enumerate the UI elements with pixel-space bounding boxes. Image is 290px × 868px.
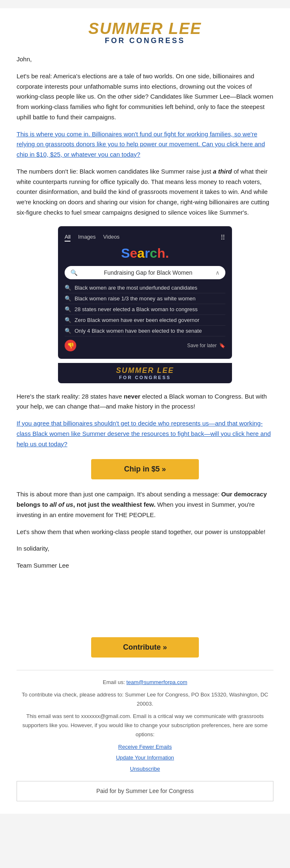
search-tabs: All Images Videos ⠿ [65, 234, 225, 242]
bookmark-icon: 🔖 [219, 343, 225, 348]
unsubscribe-link[interactable]: Unsubscribe [130, 766, 160, 772]
paid-by-box: Paid for by Summer Lee for Congress [17, 781, 273, 802]
paragraph3-prefix: Here's the stark reality: 28 states have [17, 393, 124, 400]
paragraph4: This is about more than just one campaig… [17, 489, 273, 520]
paragraph2-suffix: of what their white counterparts running… [17, 168, 269, 216]
letter-dot: . [165, 246, 169, 261]
search-result-icon-3: 🔍 [65, 306, 71, 312]
footer-unsub-row: Unsubscribe [17, 764, 273, 774]
search-result-icon-2: 🔍 [65, 295, 71, 302]
footer-email-line: Email us: team@summerforpa.com [17, 678, 273, 687]
search-bar: 🔍 Fundraising Gap for Black Women ∧ [65, 266, 225, 279]
search-result-icon-4: 🔍 [65, 317, 71, 323]
tab-videos: Videos [103, 234, 120, 242]
save-row: 👎 Save for later 🔖 [65, 340, 225, 351]
search-query: Fundraising Gap for Black Women [81, 269, 215, 276]
search-simulation: All Images Videos ⠿ Search. 🔍 Fundraisin… [58, 226, 232, 359]
search-results: 🔍 Black women are the most underfunded c… [65, 283, 225, 336]
paragraph2-bold-italic: a third [213, 168, 232, 175]
letter-e: e [130, 246, 138, 261]
paragraph4-bold2: , not just the wealthiest few. [73, 501, 156, 508]
paragraph2: The numbers don't lie: Black women candi… [17, 167, 273, 218]
result-text-3: 28 states never elected a Black woman to… [75, 306, 198, 312]
dots-icon: ⠿ [220, 234, 225, 242]
contribute-button[interactable]: Contribute » [91, 637, 199, 658]
dislike-icon: 👎 [65, 340, 76, 351]
logo-summer: SUMMER LEE [17, 21, 273, 36]
search-image-block: All Images Videos ⠿ Search. 🔍 Fundraisin… [58, 226, 232, 383]
closing1: In solidarity, [17, 544, 273, 554]
logo-congress: FOR CONGRESS [17, 36, 273, 45]
search-title: Search. [65, 246, 225, 261]
spacer [17, 578, 273, 627]
result-1: 🔍 Black women are the most underfunded c… [65, 283, 225, 293]
footer-links: Receive Fewer Emails [17, 742, 273, 752]
img-logo-summer: SUMMER LEE [61, 366, 229, 375]
link1-paragraph: This is where you come in. Billionaires … [17, 129, 273, 160]
footer-email-notice: This email was sent to xxxxxxx@gmail.com… [17, 712, 273, 739]
email-link[interactable]: team@summerforpa.com [126, 679, 187, 685]
letter-a: a [137, 246, 145, 261]
letter-r: r [145, 246, 150, 261]
footer-update-link-row: Update Your Information [17, 753, 273, 762]
tab-all: All [65, 234, 70, 242]
paragraph3-never: never [124, 393, 140, 400]
result-2: 🔍 Black women raise 1/3 the money as whi… [65, 293, 225, 304]
search-result-icon-1: 🔍 [65, 285, 71, 291]
result-text-5: Only 4 Black women have been elected to … [75, 328, 202, 334]
letter-c: c [150, 246, 157, 261]
chip-button[interactable]: Chip in $5 » [91, 459, 199, 479]
footer-check-text: To contribute via check, please address … [17, 690, 273, 708]
email-container: SUMMER LEE FOR CONGRESS John, Let's be r… [0, 8, 290, 814]
result-4: 🔍 Zero Black women have ever been electe… [65, 315, 225, 326]
paragraph1: Let's be real: America's elections are a… [17, 71, 273, 123]
paragraph4-bold-italic: all of us [50, 501, 73, 508]
paragraph2-prefix: The numbers don't lie: Black women candi… [17, 168, 213, 175]
chevron-up-icon: ∧ [215, 269, 220, 276]
result-5: 🔍 Only 4 Black women have been elected t… [65, 326, 225, 336]
logo-section: SUMMER LEE FOR CONGRESS [17, 21, 273, 45]
greeting: John, [17, 54, 273, 65]
update-info-link[interactable]: Update Your Information [116, 754, 174, 761]
paragraph4-prefix: This is about more than just one campaig… [17, 491, 221, 498]
search-result-icon-5: 🔍 [65, 328, 71, 334]
link1[interactable]: This is where you come in. Billionaires … [17, 131, 265, 158]
letter-h: h [157, 246, 165, 261]
result-text-2: Black women raise 1/3 the money as white… [75, 295, 196, 302]
tab-images: Images [78, 234, 96, 242]
save-label: Save for later [187, 343, 217, 348]
result-text-1: Black women are the most underfunded can… [75, 285, 197, 291]
letter-s: S [121, 246, 130, 261]
paid-by-text: Paid for by Summer Lee for Congress [97, 788, 194, 794]
result-text-4: Zero Black women have ever been elected … [75, 317, 199, 323]
paragraph5: Let's show them that when working-class … [17, 527, 273, 537]
link2-paragraph: If you agree that billionaires shouldn't… [17, 418, 273, 449]
closing2: Team Summer Lee [17, 561, 273, 571]
img-logo-congress: FOR CONGRESS [61, 375, 229, 380]
footer: Email us: team@summerforpa.com To contri… [17, 670, 273, 802]
paragraph3: Here's the stark reality: 28 states have… [17, 392, 273, 412]
result-3: 🔍 28 states never elected a Black woman … [65, 304, 225, 315]
email-label: Email us: [103, 679, 126, 685]
search-icon: 🔍 [70, 269, 77, 276]
link2[interactable]: If you agree that billionaires shouldn't… [17, 420, 271, 447]
image-logo-bottom: SUMMER LEE FOR CONGRESS [58, 363, 232, 383]
receive-fewer-link[interactable]: Receive Fewer Emails [118, 744, 172, 750]
